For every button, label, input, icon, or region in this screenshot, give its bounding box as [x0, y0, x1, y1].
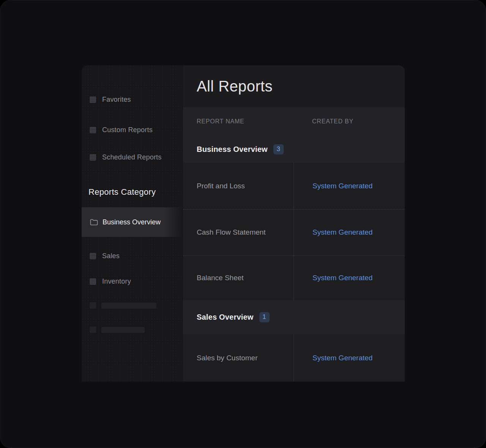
table-row: Sales by Customer System Generated — [183, 334, 405, 382]
sidebar-item-custom-reports[interactable]: Custom Reports — [82, 123, 183, 136]
custom-reports-icon — [90, 127, 96, 133]
created-by-link[interactable]: System Generated — [312, 228, 372, 237]
reports-main-panel: All Reports REPORT NAME CREATED BY Busin… — [183, 65, 405, 382]
section-count-badge: 1 — [259, 312, 270, 322]
reports-card: Favorites Custom Reports Scheduled Repor… — [82, 65, 405, 382]
skeleton-bar — [101, 327, 145, 333]
created-by-link[interactable]: System Generated — [312, 354, 372, 362]
reports-category-heading: Reports Category — [88, 186, 156, 199]
skeleton-row — [90, 302, 156, 309]
report-link[interactable]: Profit and Loss — [197, 182, 245, 190]
created-by-link[interactable]: System Generated — [312, 182, 372, 190]
section-header-sales-overview[interactable]: Sales Overview 1 — [183, 300, 405, 334]
folder-icon — [90, 219, 98, 226]
sidebar-item-label: Favorites — [102, 96, 131, 104]
section-name: Sales Overview — [197, 313, 254, 322]
sidebar-item-sales[interactable]: Sales — [82, 249, 183, 262]
sidebar-item-inventory[interactable]: Inventory — [82, 275, 183, 288]
report-link[interactable]: Cash Flow Statement — [197, 228, 266, 237]
column-header-report-name: REPORT NAME — [183, 118, 293, 125]
page-title: All Reports — [197, 78, 273, 95]
sidebar-selected-label: Business Overview — [103, 218, 161, 226]
sidebar-item-scheduled-reports[interactable]: Scheduled Reports — [82, 151, 183, 164]
sidebar-item-favorites[interactable]: Favorites — [82, 93, 183, 106]
created-by-link[interactable]: System Generated — [312, 274, 372, 282]
report-link[interactable]: Sales by Customer — [197, 354, 258, 362]
skeleton-icon — [90, 302, 96, 309]
sidebar-item-business-overview-selected[interactable]: Business Overview — [82, 207, 183, 237]
column-header-created-by: CREATED BY — [293, 118, 405, 125]
sidebar-item-label: Inventory — [102, 278, 131, 286]
favorites-icon — [90, 96, 96, 103]
app-canvas: Favorites Custom Reports Scheduled Repor… — [0, 0, 486, 448]
reports-sidebar: Favorites Custom Reports Scheduled Repor… — [82, 65, 183, 382]
inventory-icon — [90, 278, 96, 285]
sidebar-item-label: Sales — [102, 252, 120, 260]
table-header: REPORT NAME CREATED BY — [183, 107, 405, 136]
section-name: Business Overview — [197, 145, 268, 154]
sidebar-item-label: Scheduled Reports — [102, 153, 162, 161]
scheduled-reports-icon — [90, 154, 96, 161]
skeleton-bar — [101, 303, 156, 309]
report-link[interactable]: Balance Sheet — [197, 274, 244, 282]
table-row: Cash Flow Statement System Generated — [183, 210, 405, 256]
skeleton-icon — [90, 327, 96, 333]
section-count-badge: 3 — [273, 144, 284, 155]
sales-icon — [90, 253, 96, 259]
skeleton-row — [90, 327, 145, 333]
section-header-business-overview[interactable]: Business Overview 3 — [183, 136, 405, 163]
table-row: Balance Sheet System Generated — [183, 256, 405, 300]
title-area: All Reports — [183, 65, 405, 107]
sidebar-item-label: Custom Reports — [102, 126, 153, 134]
table-row: Profit and Loss System Generated — [183, 163, 405, 210]
